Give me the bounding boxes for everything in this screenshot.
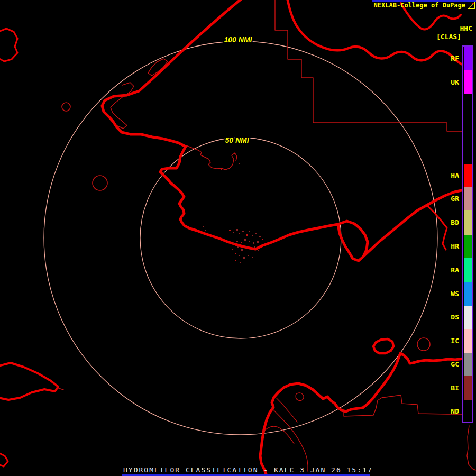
clutter-echo — [249, 241, 250, 242]
legend-label-uk: UK — [451, 78, 459, 86]
clutter-echo — [239, 255, 240, 256]
clutter-echo — [253, 242, 254, 244]
classification-mode-label: [CLAS] — [436, 33, 461, 41]
legend-segment-bi — [464, 376, 472, 400]
clutter-echo — [254, 246, 255, 248]
top-frame-line — [372, 0, 476, 2]
river-delta-loop — [296, 393, 304, 401]
clutter-echo — [239, 163, 240, 164]
clutter-echo — [229, 230, 231, 231]
legend-segment-ds — [464, 306, 472, 329]
legend-segment-ws — [464, 282, 472, 306]
image-placeholder-icon — [468, 2, 475, 9]
legend-label-gr: GR — [451, 195, 459, 203]
clutter-echo — [246, 234, 248, 236]
coastline-outlines — [0, 0, 464, 476]
clutter-echo — [228, 168, 229, 169]
clutter-echo — [245, 246, 247, 248]
clutter-echo — [259, 236, 261, 237]
clutter-echo — [221, 169, 222, 170]
status-bar: HYDROMETEOR CLASSIFICATION - KAEC 3 JAN … — [123, 466, 373, 474]
clutter-echo — [242, 231, 244, 232]
island-topleft — [0, 29, 17, 61]
zone-boundary-topright — [275, 0, 462, 131]
ring-label-100nmi: 100 NMI — [224, 35, 253, 44]
coastline-left-bottom — [0, 363, 58, 400]
clutter-echo — [248, 255, 249, 256]
legend-label-bd: BD — [451, 218, 459, 226]
coastline-bottom-blob — [260, 353, 463, 476]
legend-segment-ra — [464, 258, 472, 282]
right-edge-line — [467, 426, 475, 470]
legend-segment-gc — [464, 353, 472, 376]
product-code-label: HHC — [460, 24, 472, 32]
coastline-northeast — [364, 190, 464, 255]
clutter-echo — [240, 262, 241, 263]
legend-label-ws: WS — [451, 290, 459, 298]
legend-segment-ha — [464, 164, 472, 187]
lake-circle-2 — [93, 176, 107, 190]
ring-label-50nmi: 50 NMI — [225, 136, 249, 144]
lake-circle-3 — [417, 338, 430, 351]
coastline-blob — [338, 221, 368, 261]
river-delta-2 — [263, 426, 294, 444]
legend-segment-rf — [464, 47, 472, 70]
coastline-bottomleft-mark — [0, 453, 8, 466]
left-thin-tail — [57, 388, 63, 390]
clutter-echo — [232, 249, 233, 250]
legend-label-bi: BI — [451, 384, 459, 392]
clutter-echo — [258, 250, 259, 251]
clutter-echo — [237, 246, 239, 248]
legend-segment-hr — [464, 235, 472, 258]
river-delta-1 — [271, 408, 308, 471]
legend-label-ds: DS — [451, 313, 459, 321]
legend-segment-ic — [464, 329, 472, 353]
clutter-echo — [244, 239, 246, 241]
page-title: NEXLAB-College of DuPage — [374, 2, 465, 9]
range-ring-100nmi — [44, 41, 437, 435]
island-bottomright — [373, 339, 393, 353]
legend-label-ha: HA — [451, 171, 459, 179]
radar-map: 100 NMI 50 NMI — [0, 0, 476, 476]
legend-segment-bd — [464, 210, 472, 235]
ring-labels: 100 NMI 50 NMI — [224, 35, 253, 144]
legend-label-hr: HR — [451, 242, 459, 250]
clutter-echo — [236, 241, 238, 242]
legend-segment-uk — [464, 70, 472, 94]
header: NEXLAB-College of DuPage — [374, 2, 475, 9]
clutter-echo — [205, 230, 206, 231]
legend-label-ic: IC — [451, 337, 459, 345]
clutter-echo — [233, 243, 234, 244]
clutter-echo — [235, 260, 236, 261]
clutter-echo — [236, 229, 238, 231]
legend-segment-gr — [464, 187, 472, 210]
coastline-northwest — [102, 0, 338, 249]
clutter-echo — [243, 257, 245, 259]
boundary-lines — [57, 0, 475, 471]
radar-display: 100 NMI 50 NMI RFUKHAGRBDHRRAWSDSICGCBIN… — [0, 0, 476, 476]
river-delta-3 — [277, 398, 297, 422]
clutter-echo — [249, 231, 250, 232]
clutter-echo — [250, 249, 251, 250]
clutter-echo — [262, 239, 263, 240]
clutter-echo — [252, 257, 253, 258]
clutter-echo — [216, 168, 217, 169]
clutter-echo — [252, 235, 253, 236]
clutter-echo — [233, 232, 234, 233]
clutter-echo — [241, 242, 242, 243]
legend-label-ra: RA — [451, 266, 459, 274]
clutter-echo — [235, 253, 236, 254]
legend-label-gc: GC — [451, 360, 459, 368]
clutter-echo — [203, 226, 204, 227]
clutter-echo — [255, 233, 257, 234]
legend-label-rf: RF — [451, 54, 459, 62]
zone-boundary-bottomright — [344, 395, 462, 416]
legend-label-nd: ND — [451, 407, 459, 415]
clutter-echo — [239, 233, 240, 234]
clutter-echo — [257, 241, 259, 243]
range-rings — [44, 41, 437, 435]
lake-circle-1 — [62, 103, 70, 111]
clutter-echo — [241, 249, 243, 251]
